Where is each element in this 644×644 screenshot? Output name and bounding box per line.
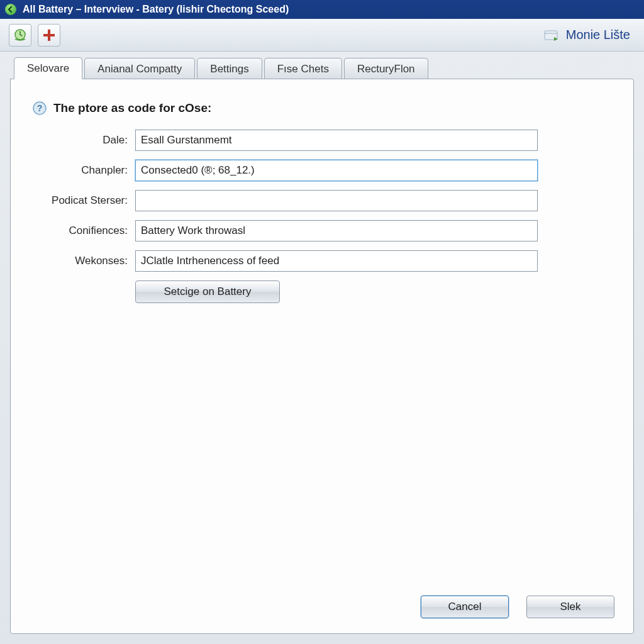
svg-rect-2 — [43, 34, 55, 36]
tab-recturyflon[interactable]: RecturyFlon — [344, 58, 428, 79]
label-wekonses: Wekonses: — [35, 255, 129, 267]
window-title: All Battery – Intervview - Batery (Iishi… — [23, 4, 289, 15]
clock-refresh-icon — [13, 28, 28, 43]
label-chanpler: Chanpler: — [35, 164, 129, 177]
tab-selovare[interactable]: Selovare — [14, 57, 82, 79]
refresh-button[interactable] — [9, 24, 31, 47]
monie-liste-label: Monie Lište — [566, 28, 630, 42]
input-chanpler[interactable] — [135, 160, 538, 181]
dialog-footer: Cancel Slek — [421, 596, 614, 618]
help-icon[interactable]: ? — [32, 101, 47, 116]
plus-icon — [42, 28, 56, 42]
add-button[interactable] — [38, 24, 60, 47]
action-button-row: Setcige on Battery — [135, 280, 538, 303]
tab-bettings[interactable]: Bettings — [197, 58, 262, 79]
input-wekonses[interactable] — [135, 250, 538, 272]
content-area: Selovare Anianal Compatty Bettings Fıse … — [0, 52, 644, 644]
panel-heading: The ptore as code for cOse: — [53, 101, 211, 115]
svg-text:?: ? — [37, 103, 43, 113]
tab-anianal-compatty[interactable]: Anianal Compatty — [84, 58, 195, 79]
panel-heading-row: ? The ptore as code for cOse: — [32, 101, 612, 116]
label-dale: Dale: — [35, 134, 129, 147]
slek-button[interactable]: Slek — [526, 596, 614, 618]
input-podicat-sterser[interactable] — [135, 190, 538, 211]
tab-panel-selovare: ? The ptore as code for cOse: Dale: Chan… — [10, 79, 634, 634]
app-window: All Battery – Intervview - Batery (Iishi… — [0, 0, 644, 644]
form: Dale: Chanpler: Podicat Sterser: Conifie… — [35, 130, 612, 303]
tabstrip: Selovare Anianal Compatty Bettings Fıse … — [10, 57, 634, 79]
cancel-button[interactable]: Cancel — [421, 596, 509, 618]
folder-go-icon — [543, 28, 561, 43]
label-podicat: Podicat Sterser: — [35, 194, 129, 207]
titlebar: All Battery – Intervview - Batery (Iishi… — [0, 0, 644, 19]
toolbar: Monie Lište — [0, 19, 644, 52]
tab-fise-chets[interactable]: Fıse Chets — [264, 58, 342, 79]
input-conifiences[interactable] — [135, 220, 538, 242]
input-dale[interactable] — [135, 130, 538, 151]
monie-liste-link[interactable]: Monie Lište — [543, 28, 635, 43]
back-icon[interactable] — [5, 4, 16, 15]
label-conifiences: Conifiences: — [35, 225, 129, 237]
setcige-on-battery-button[interactable]: Setcige on Battery — [135, 280, 280, 303]
